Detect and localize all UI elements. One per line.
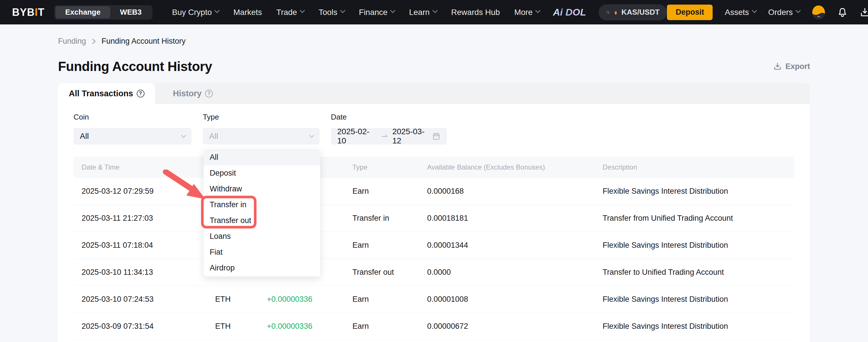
notifications-button[interactable]	[837, 7, 847, 18]
dropdown-item-loans[interactable]: Loans	[204, 228, 320, 244]
cell-balance: 0.00000672	[419, 322, 595, 331]
tab-strip: All Transactions ? History ?	[58, 83, 810, 104]
cell-quantity: +0.00000336	[259, 295, 344, 304]
type-select[interactable]: All	[203, 128, 320, 145]
bell-icon	[837, 7, 847, 18]
history-card: All Transactions ? History ? Coin All Ty…	[58, 83, 810, 342]
bybit-logo[interactable]: BYBIT	[12, 6, 44, 19]
breadcrumb-funding[interactable]: Funding	[58, 37, 86, 46]
table-row[interactable]: 2025-03-11 21:27:03 Transfer in 0.000181…	[73, 205, 795, 232]
cell-datetime: 2025-03-10 11:34:13	[73, 268, 207, 277]
date-range-picker[interactable]: 2025-02-10 ⇀ 2025-03-12	[331, 128, 447, 145]
downloads-button[interactable]	[860, 7, 868, 18]
table-header: Date & Time Type Available Balance (Excl…	[73, 156, 795, 178]
nav-tools[interactable]: Tools	[318, 8, 344, 17]
dropdown-item-transfer-out[interactable]: Transfer out	[204, 213, 320, 228]
cell-description: Flexible Savings Interest Distribution	[595, 187, 795, 196]
dropdown-item-deposit[interactable]: Deposit	[204, 165, 320, 181]
cell-balance: 0.00001344	[419, 241, 595, 250]
help-icon[interactable]: ?	[137, 90, 145, 97]
chevron-down-icon	[309, 133, 314, 138]
fire-icon	[614, 8, 618, 17]
col-date-time: Date & Time	[73, 163, 207, 171]
cell-type: Transfer in	[344, 214, 419, 223]
dropdown-item-airdrop[interactable]: Airdrop	[204, 260, 320, 276]
toggle-exchange[interactable]: Exchange	[56, 6, 110, 19]
cell-balance: 0.0000168	[419, 187, 595, 196]
cell-type: Earn	[344, 295, 419, 304]
hot-pair-label: KAS/USDT	[622, 8, 660, 17]
date-filter-label: Date	[331, 113, 447, 121]
chevron-down-icon	[795, 8, 801, 13]
cell-description: Flexible Savings Interest Distribution	[595, 241, 795, 250]
cell-quantity: +0.00000336	[259, 322, 344, 331]
search-input[interactable]: KAS/USDT	[598, 4, 667, 20]
ai-dol-logo[interactable]: Ai DOL	[553, 7, 586, 18]
orders-menu[interactable]: Orders	[768, 8, 800, 17]
cell-description: Flexible Savings Interest Distribution	[595, 295, 795, 304]
tab-history[interactable]: History ?	[155, 83, 230, 104]
cell-type: Earn	[344, 187, 419, 196]
cell-type: Earn	[344, 241, 419, 250]
col-description: Description	[595, 163, 795, 171]
table-row[interactable]: 2025-03-10 11:34:13 Transfer out 0.0000 …	[73, 259, 795, 286]
cell-description: Transfer to Unified Trading Account	[595, 268, 795, 277]
date-from: 2025-02-10	[337, 127, 377, 145]
col-type: Type	[344, 163, 419, 171]
tab-all-transactions[interactable]: All Transactions ?	[58, 83, 155, 104]
cell-coin: ETH	[207, 295, 259, 304]
nav-buy-crypto[interactable]: Buy Crypto	[172, 8, 219, 17]
table-row[interactable]: 2025-03-09 07:31:54 ETH +0.00000336 Earn…	[73, 313, 795, 340]
table-row[interactable]: 2025-03-10 07:24:53 ETH +0.00000336 Earn…	[73, 286, 795, 313]
nav-markets[interactable]: Markets	[233, 8, 262, 17]
cell-balance: 0.00018181	[419, 214, 595, 223]
breadcrumb-chevron-icon	[91, 38, 97, 45]
coin-select[interactable]: All	[73, 128, 192, 145]
cell-balance: 0.00001008	[419, 295, 595, 304]
cell-coin: ETH	[207, 322, 259, 331]
range-arrow-icon: ⇀	[381, 132, 388, 141]
type-filter: Type All	[203, 113, 320, 145]
deposit-button[interactable]: Deposit	[667, 5, 713, 20]
nav-rewards-hub[interactable]: Rewards Hub	[451, 8, 500, 17]
chevron-down-icon	[340, 8, 345, 13]
cell-datetime: 2025-03-09 07:31:54	[73, 322, 207, 331]
dropdown-item-withdraw[interactable]: Withdraw	[204, 181, 320, 197]
export-icon	[773, 62, 782, 71]
type-dropdown: All Deposit Withdraw Transfer in Transfe…	[204, 149, 320, 277]
dropdown-item-all[interactable]: All	[204, 149, 320, 165]
download-icon	[860, 7, 868, 18]
type-filter-label: Type	[203, 113, 320, 121]
export-button[interactable]: Export	[773, 62, 810, 71]
coin-filter-label: Coin	[73, 113, 192, 121]
assets-menu[interactable]: Assets	[725, 8, 756, 17]
coin-filter: Coin All	[73, 113, 192, 145]
cell-description: Flexible Savings Interest Distribution	[595, 322, 795, 331]
nav-learn[interactable]: Learn	[409, 8, 437, 17]
cell-type: Earn	[344, 322, 419, 331]
nav-finance[interactable]: Finance	[359, 8, 395, 17]
table-row[interactable]: 2025-03-11 07:18:04 Earn 0.00001344 Flex…	[73, 232, 795, 259]
cell-balance: 0.0000	[419, 268, 595, 277]
page-content: Funding Funding Account History Funding …	[0, 37, 868, 342]
chevron-down-icon	[181, 133, 186, 138]
top-navigation-bar: BYBIT Exchange WEB3 Buy Crypto Markets T…	[0, 0, 868, 24]
avatar[interactable]	[812, 5, 825, 20]
primary-nav: Buy Crypto Markets Trade Tools Finance L…	[172, 8, 540, 17]
exchange-web3-toggle: Exchange WEB3	[54, 5, 153, 20]
filters-row: Coin All Type All Date	[73, 104, 795, 145]
cell-datetime: 2025-03-10 07:24:53	[73, 295, 207, 304]
dropdown-item-fiat[interactable]: Fiat	[204, 244, 320, 260]
nav-more[interactable]: More	[514, 8, 540, 17]
toggle-web3[interactable]: WEB3	[110, 6, 151, 19]
dropdown-item-transfer-in[interactable]: Transfer in	[204, 197, 320, 213]
table-row[interactable]: 2025-03-12 07:29:59 Earn 0.0000168 Flexi…	[73, 178, 795, 205]
calendar-icon	[432, 132, 441, 141]
chevron-down-icon	[432, 8, 437, 13]
cell-datetime: 2025-03-11 07:18:04	[73, 241, 207, 250]
help-icon[interactable]: ?	[205, 90, 213, 97]
cell-datetime: 2025-03-12 07:29:59	[73, 187, 207, 196]
nav-trade[interactable]: Trade	[276, 8, 304, 17]
col-available-balance: Available Balance (Excludes Bonuses)	[419, 163, 595, 171]
breadcrumb: Funding Funding Account History	[58, 37, 810, 46]
